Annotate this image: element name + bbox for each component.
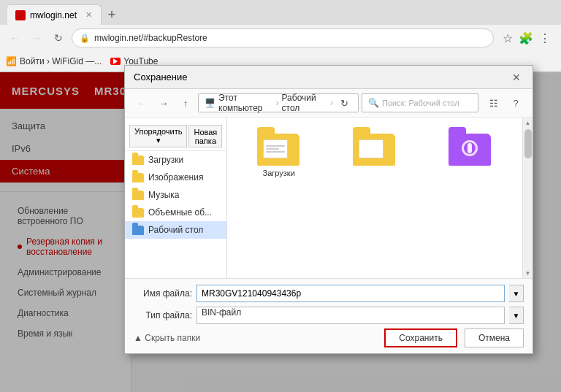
breadcrumb-separator2: › xyxy=(330,98,333,108)
volumes-label: Объемные об... xyxy=(148,207,212,218)
file-label-1: Загрузки xyxy=(263,169,295,177)
dialog-file-area: Загрузки xyxy=(227,118,522,278)
folder-icon-2 xyxy=(353,129,397,166)
tab-favicon xyxy=(15,10,26,20)
scrollbar-thumb[interactable] xyxy=(524,129,532,158)
browser-controls: ← → ↻ 🔒 mwlogin.net/#backupRestore ☆ 🧩 ⋮ xyxy=(0,25,561,51)
music-folder-icon xyxy=(132,191,144,200)
filetype-row: Тип файла: BIN-файл ▼ xyxy=(134,307,524,324)
dialog-close-button[interactable]: ✕ xyxy=(509,70,524,85)
search-icon: 🔍 xyxy=(368,98,379,108)
dialog-sidebar-volumes[interactable]: Объемные об... xyxy=(125,204,226,221)
bookmark-wifi[interactable]: 📶 Войти › WiFiGid —... xyxy=(6,56,102,66)
volumes-folder-icon xyxy=(132,208,144,218)
dialog-search-box[interactable]: 🔍 Поиск: Рабочий стол xyxy=(362,93,478,112)
filename-dropdown[interactable]: ▼ xyxy=(509,285,524,302)
address-text: mwlogin.net/#backupRestore xyxy=(94,33,207,43)
dialog-actions: ▲ Скрыть папки Сохранить Отмена xyxy=(134,328,524,347)
dialog-help-button[interactable]: ? xyxy=(506,94,525,112)
dialog-titlebar: Сохранение ✕ xyxy=(125,66,533,89)
active-tab[interactable]: mwlogin.net ✕ xyxy=(6,4,102,25)
images-folder-icon xyxy=(132,173,144,182)
filetype-select[interactable]: BIN-файл xyxy=(196,307,505,324)
file-item-2[interactable] xyxy=(330,125,419,182)
bookmark-icon[interactable]: ☆ xyxy=(503,31,513,45)
dialog-toolbar: ← → ↑ 🖥️ Этот компьютер › Рабочий стол ›… xyxy=(125,89,533,118)
breadcrumb-icon: 🖥️ xyxy=(205,98,215,108)
dialog-forward-button[interactable]: → xyxy=(154,94,173,112)
youtube-favicon xyxy=(110,58,121,65)
dialog-toolbar-actions: Упорядочить ▾ Новая папка xyxy=(125,122,226,151)
wifi-icon: 📶 xyxy=(6,56,17,66)
browser-tabs: mwlogin.net ✕ + xyxy=(0,0,561,25)
refresh-button[interactable]: ↻ xyxy=(50,29,67,47)
browser-chrome: mwlogin.net ✕ + ← → ↻ 🔒 mwlogin.net/#bac… xyxy=(0,0,561,72)
bookmark-wifi-label: Войти › WiFiGid —... xyxy=(20,56,102,66)
filename-row: Имя файла: ▼ xyxy=(134,285,524,302)
dialog-overlay: Сохранение ✕ ← → ↑ 🖥️ Этот компьютер › Р… xyxy=(0,72,561,392)
dialog-body: Упорядочить ▾ Новая папка Загрузки Изобр… xyxy=(125,118,533,278)
tab-close[interactable]: ✕ xyxy=(85,10,92,20)
secure-indicator: 🔒 xyxy=(80,34,90,43)
extensions-icon[interactable]: 🧩 xyxy=(519,31,533,45)
folder-icon-3 xyxy=(449,129,492,166)
dialog-sidebar-downloads[interactable]: Загрузки xyxy=(125,151,226,169)
dialog-view-options[interactable]: ☷ xyxy=(484,94,503,112)
folder-icon-1 xyxy=(257,129,301,166)
browser-toolbar-extra: ☆ 🧩 ⋮ xyxy=(498,31,555,45)
dialog-back-button[interactable]: ← xyxy=(132,94,151,112)
page-content: MERCUSYS MR30 Защита IPv6 Система Обновл… xyxy=(0,72,561,392)
filetype-dropdown[interactable]: ▼ xyxy=(509,307,524,324)
breadcrumb-root: Этот компьютер xyxy=(218,93,273,113)
dialog-right-buttons: Сохранить Отмена xyxy=(384,328,524,347)
desktop-label: Рабочий стол xyxy=(148,225,203,235)
file-item-1[interactable]: Загрузки xyxy=(234,125,323,182)
organize-button[interactable]: Упорядочить ▾ xyxy=(129,125,187,147)
dialog-cancel-button[interactable]: Отмена xyxy=(465,328,524,347)
breadcrumb-folder: Рабочий стол xyxy=(282,93,328,113)
filename-input[interactable] xyxy=(196,285,505,302)
menu-icon[interactable]: ⋮ xyxy=(539,31,551,45)
downloads-label: Загрузки xyxy=(148,155,183,165)
hide-folders-button[interactable]: ▲ Скрыть папки xyxy=(134,333,200,343)
file-item-3[interactable] xyxy=(427,125,515,182)
back-button[interactable]: ← xyxy=(6,29,23,47)
dialog-scrollbar[interactable]: ▲ ▼ xyxy=(522,118,533,278)
dialog-up-button[interactable]: ↑ xyxy=(176,94,195,112)
dialog-footer: Имя файла: ▼ Тип файла: BIN-файл ▼ ▲ Скр… xyxy=(125,278,533,353)
dialog-breadcrumb[interactable]: 🖥️ Этот компьютер › Рабочий стол › ↻ xyxy=(198,93,359,112)
dialog-files-grid: Загрузки xyxy=(227,118,522,278)
search-placeholder: Поиск: Рабочий стол xyxy=(382,99,459,107)
downloads-folder-icon xyxy=(132,155,144,165)
dialog-sidebar: Упорядочить ▾ Новая папка Загрузки Изобр… xyxy=(125,118,227,278)
desktop-folder-icon xyxy=(132,226,144,235)
dialog-title: Сохранение xyxy=(134,72,188,82)
music-label: Музыка xyxy=(148,190,179,200)
save-dialog: Сохранение ✕ ← → ↑ 🖥️ Этот компьютер › Р… xyxy=(124,65,533,354)
dialog-refresh-btn[interactable]: ↻ xyxy=(336,94,352,112)
forward-button[interactable]: → xyxy=(28,29,45,47)
dialog-sidebar-music[interactable]: Музыка xyxy=(125,186,226,204)
images-label: Изображения xyxy=(148,172,203,182)
filetype-value: BIN-файл xyxy=(202,307,241,318)
dialog-save-button[interactable]: Сохранить xyxy=(384,328,457,347)
tab-label: mwlogin.net xyxy=(30,10,77,20)
filename-label: Имя файла: xyxy=(134,288,192,299)
dialog-sidebar-images[interactable]: Изображения xyxy=(125,169,226,186)
dialog-sidebar-desktop[interactable]: Рабочий стол xyxy=(125,221,226,239)
new-tab-button[interactable]: + xyxy=(102,4,122,25)
filetype-label: Тип файла: xyxy=(134,310,192,320)
new-folder-button[interactable]: Новая папка xyxy=(188,125,222,147)
address-bar[interactable]: 🔒 mwlogin.net/#backupRestore xyxy=(72,28,494,47)
breadcrumb-separator1: › xyxy=(276,98,279,108)
